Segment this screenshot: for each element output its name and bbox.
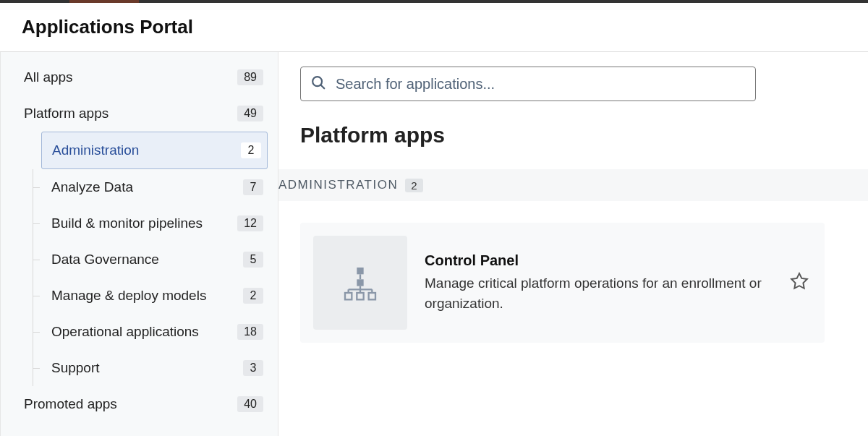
section-title: ADMINISTRATION xyxy=(278,178,398,192)
svg-rect-11 xyxy=(357,293,363,299)
page-header-title: Applications Portal xyxy=(22,16,846,38)
sidebar-item-label: Administration xyxy=(52,142,241,158)
sidebar-item-label: Platform apps xyxy=(24,106,237,121)
sidebar-item-label: Analyze Data xyxy=(51,179,243,195)
sidebar-item-label: Data Governance xyxy=(51,252,243,268)
sidebar-item-count: 18 xyxy=(237,324,263,340)
sidebar-item-count: 2 xyxy=(241,142,261,158)
search-icon xyxy=(310,74,326,93)
sidebar-item-support[interactable]: Support3 xyxy=(1,350,278,386)
sidebar-item-count: 3 xyxy=(243,360,263,376)
section-count-badge: 2 xyxy=(405,179,422,192)
sidebar-item-administration[interactable]: Administration2 xyxy=(41,132,268,169)
sidebar-item-analyze-data[interactable]: Analyze Data7 xyxy=(1,169,278,205)
page-header: Applications Portal xyxy=(0,3,868,52)
svg-rect-2 xyxy=(357,268,363,274)
sidebar-item-count: 7 xyxy=(243,179,263,195)
search-wrapper xyxy=(300,67,756,101)
sidebar-item-promoted-apps[interactable]: Promoted apps40 xyxy=(1,386,278,422)
sidebar: All apps89Platform apps49Administration2… xyxy=(1,52,278,436)
sidebar-item-data-governance[interactable]: Data Governance5 xyxy=(1,241,278,278)
sidebar-item-count: 49 xyxy=(237,106,263,121)
sidebar-item-count: 89 xyxy=(237,69,263,85)
sidebar-item-label: Operational applications xyxy=(51,324,237,340)
search-input[interactable] xyxy=(300,67,756,101)
svg-rect-12 xyxy=(369,293,375,299)
section-header: ADMINISTRATION 2 xyxy=(278,169,868,201)
sidebar-item-count: 2 xyxy=(243,288,263,304)
app-card-body: Control PanelManage critical platform op… xyxy=(425,252,770,313)
sidebar-item-label: Promoted apps xyxy=(24,396,237,412)
svg-rect-3 xyxy=(357,279,363,286)
sidebar-item-build-monitor-pipelines[interactable]: Build & monitor pipelines12 xyxy=(1,205,278,241)
sidebar-item-count: 12 xyxy=(237,215,263,231)
app-title: Control Panel xyxy=(425,252,770,269)
svg-line-1 xyxy=(321,85,325,89)
org-chart-icon xyxy=(313,236,407,330)
sidebar-item-count: 5 xyxy=(243,252,263,268)
app-card[interactable]: Control PanelManage critical platform op… xyxy=(300,223,825,343)
main-content: Platform apps ADMINISTRATION 2 Control P… xyxy=(278,52,868,436)
sidebar-item-count: 40 xyxy=(237,396,263,412)
star-icon[interactable] xyxy=(787,269,812,296)
sidebar-item-platform-apps[interactable]: Platform apps49 xyxy=(1,95,278,132)
sidebar-item-manage-deploy-models[interactable]: Manage & deploy models2 xyxy=(1,278,278,314)
sidebar-item-all-apps[interactable]: All apps89 xyxy=(1,59,278,95)
svg-marker-13 xyxy=(791,273,807,288)
page-title: Platform apps xyxy=(300,123,846,148)
sidebar-item-label: Build & monitor pipelines xyxy=(51,215,237,231)
app-description: Manage critical platform operations for … xyxy=(425,273,770,313)
sidebar-item-operational-applications[interactable]: Operational applications18 xyxy=(1,314,278,350)
sidebar-item-label: Support xyxy=(51,360,243,376)
sidebar-item-label: Manage & deploy models xyxy=(51,288,243,304)
sidebar-item-label: All apps xyxy=(24,69,237,85)
svg-rect-10 xyxy=(345,293,352,299)
